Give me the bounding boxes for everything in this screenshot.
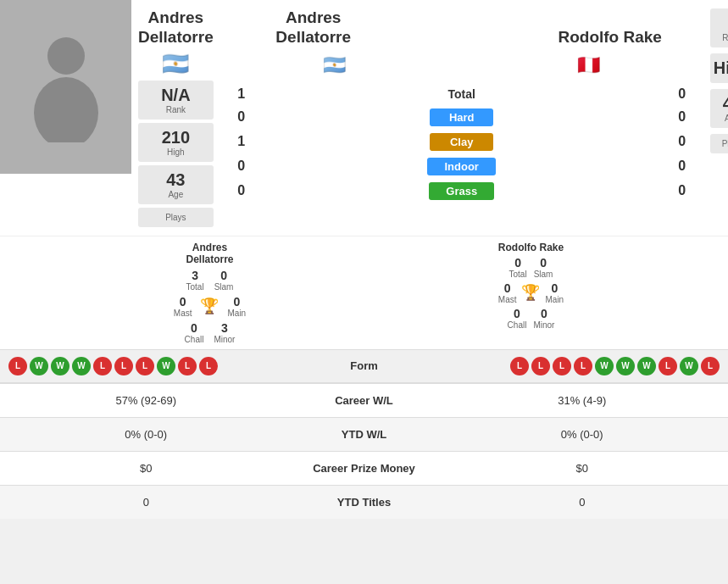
svg-point-1 [34, 77, 98, 142]
stats-left-val: $0 [13, 462, 280, 475]
grass-badge: Grass [429, 182, 494, 200]
left-player-name: Andres Dellatorre [138, 8, 214, 47]
hard-score-left: 0 [233, 109, 250, 125]
form-badges-left: LWWWLLLWLL [8, 357, 288, 375]
player-stats-row: Andres Dellatorre 3 Total 0 Slam 0 Mast … [0, 236, 728, 349]
center-col: Andres Dellatorre Rodolfo Rake 🇦🇷 🇵🇪 1 [220, 0, 703, 208]
form-badge-right: W [595, 357, 614, 375]
total-label: Total [428, 87, 496, 101]
left-slam-stat: 0 Slam [214, 269, 234, 292]
right-name-stats: Rodolfo Rake 0 Total 0 Slam 0 Mast 🏆 [465, 236, 597, 349]
left-name-stats: Andres Dellatorre 3 Total 0 Slam 0 Mast … [131, 236, 288, 349]
right-high-box: High [710, 53, 728, 83]
left-player-flag: 🇦🇷 [162, 51, 189, 77]
right-rank-box: - Rank [710, 8, 728, 47]
left-player-avatar [0, 0, 131, 174]
form-badge-right: W [637, 357, 656, 375]
clay-score-right: 0 [674, 134, 691, 149]
stats-row-2: $0 Career Prize Money $0 [0, 451, 728, 485]
left-flag-center: 🇦🇷 [323, 54, 346, 75]
stats-label: YTD Titles [280, 496, 449, 509]
left-rank-box: N/A Rank [138, 81, 214, 120]
stats-left-val: 57% (92-69) [13, 394, 280, 407]
total-score-left: 1 [233, 86, 250, 102]
header-area: Andres Dellatorre 🇦🇷 N/A Rank 210 High 4… [0, 0, 728, 236]
form-badge-right: L [659, 357, 677, 375]
right-chall-stat: 0 Chall [508, 307, 527, 330]
form-badge-right: L [574, 357, 592, 375]
form-badge-right: L [510, 357, 529, 375]
right-name-below: Rodolfo Rake [498, 242, 564, 253]
bottom-stats: 57% (92-69) Career W/L 31% (4-9) 0% (0-0… [0, 383, 728, 519]
form-badge-left: W [51, 357, 69, 375]
total-score-right: 0 [674, 86, 691, 102]
hard-badge: Hard [430, 108, 493, 126]
stats-label: YTD W/L [280, 428, 449, 441]
stats-right-val: 0% (0-0) [449, 428, 716, 441]
right-plays-box: Plays [710, 134, 728, 153]
grass-row: 0 Grass 0 [225, 179, 699, 203]
form-badge-left: W [157, 357, 175, 375]
svg-point-0 [47, 37, 85, 75]
form-badge-right: W [680, 357, 698, 375]
indoor-score-left: 0 [233, 159, 250, 174]
left-minor-stat: 3 Minor [214, 321, 235, 344]
form-badge-right: L [553, 357, 571, 375]
right-main-stat: 0 Main [545, 281, 564, 304]
left-name-below: Andres Dellatorre [186, 242, 233, 265]
right-age-box: 44 Age [710, 89, 728, 128]
right-flag-center: 🇵🇪 [577, 54, 600, 75]
page: Andres Dellatorre 🇦🇷 N/A Rank 210 High 4… [0, 0, 728, 519]
left-mast-stat: 0 Mast [174, 295, 192, 318]
trophy-icon-left: 🏆 [200, 297, 219, 315]
stats-left-val: 0% (0-0) [13, 428, 280, 441]
left-avatar-spacer [0, 236, 131, 349]
right-total-stat: 0 Total [509, 256, 527, 279]
left-player-details: Andres Dellatorre 🇦🇷 N/A Rank 210 High 4… [131, 0, 220, 236]
grass-score-left: 0 [233, 183, 250, 198]
clay-row: 1 Clay 0 [225, 130, 699, 154]
right-player-details: - Rank High 44 Age Plays [703, 0, 728, 164]
form-badge-right: L [701, 357, 720, 375]
stats-row-0: 57% (92-69) Career W/L 31% (4-9) [0, 383, 728, 417]
form-badge-left: L [93, 357, 112, 375]
stats-left-val: 0 [13, 496, 280, 509]
stats-row-3: 0 YTD Titles 0 [0, 485, 728, 519]
stats-right-val: $0 [449, 462, 716, 475]
form-section: LWWWLLLWLL Form LLLLWWWLWL [0, 349, 728, 383]
stats-label: Career Prize Money [280, 462, 449, 475]
total-row: 1 Total 0 [225, 83, 699, 105]
form-badge-left: L [178, 357, 197, 375]
stats-right-val: 31% (4-9) [449, 394, 716, 407]
left-age-box: 43 Age [138, 165, 214, 204]
hard-row: 0 Hard 0 [225, 105, 699, 130]
form-badge-left: L [114, 357, 133, 375]
form-badge-right: W [616, 357, 635, 375]
form-badge-left: L [199, 357, 218, 375]
left-plays-box: Plays [138, 208, 214, 227]
indoor-score-right: 0 [674, 159, 691, 174]
left-main-stat: 0 Main [227, 295, 246, 318]
stats-right-val: 0 [449, 496, 716, 509]
center-spacer [288, 236, 465, 349]
clay-badge: Clay [430, 133, 493, 151]
right-mast-stat: 0 Mast [498, 281, 517, 304]
left-high-box: 210 High [138, 123, 214, 162]
stats-row-1: 0% (0-0) YTD W/L 0% (0-0) [0, 417, 728, 451]
stats-label: Career W/L [280, 394, 449, 407]
right-avatar-spacer [597, 236, 728, 349]
right-slam-stat: 0 Slam [534, 256, 553, 279]
form-badges-right: LLLLWWWLWL [441, 357, 720, 375]
form-badge-left: W [30, 357, 48, 375]
form-badge-left: L [8, 357, 27, 375]
form-badge-left: W [72, 357, 91, 375]
trophy-icon-right: 🏆 [521, 283, 540, 302]
left-chall-stat: 0 Chall [185, 321, 204, 344]
grass-score-right: 0 [674, 183, 691, 198]
form-badge-left: L [136, 357, 154, 375]
indoor-row: 0 Indoor 0 [225, 154, 699, 179]
right-name-header: Rodolfo Rake [525, 28, 695, 47]
clay-score-left: 1 [233, 134, 250, 149]
form-title: Form [288, 359, 441, 372]
left-name-header: Andres Dellatorre [229, 8, 398, 47]
